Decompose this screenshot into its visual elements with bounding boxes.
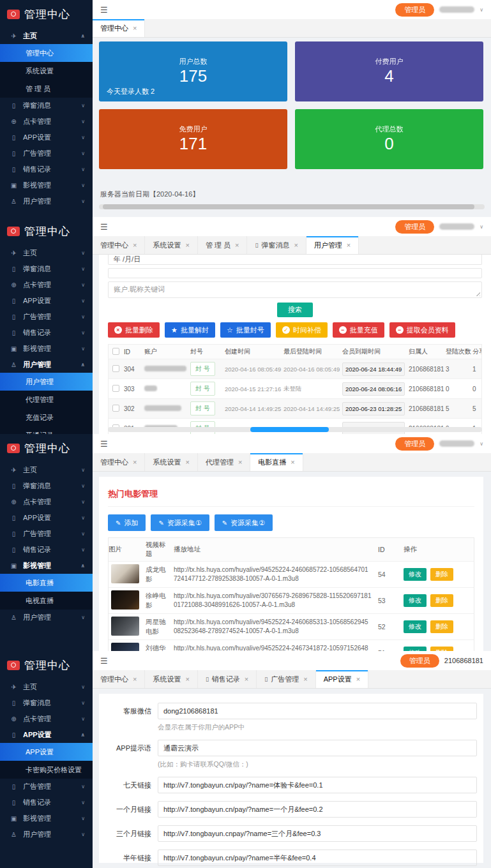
sidebar-item[interactable]: ✈ 主页 ∨ — [0, 245, 93, 261]
sidebar-item[interactable]: ▯ 广告管理 ∨ — [0, 146, 93, 161]
horizontal-scrollbar[interactable] — [99, 204, 485, 209]
sidebar-item[interactable]: 卡密购买价格设置 — [0, 761, 93, 779]
sidebar-item[interactable]: ⊕ 点卡管理 ∨ — [0, 277, 93, 293]
sidebar-item[interactable]: ▣ 影视管理 ∨ — [0, 177, 93, 193]
sidebar-item[interactable]: ⊕ 点卡管理 ∨ — [0, 711, 93, 727]
sidebar-item[interactable]: ▣ 影视管理 ∨ — [0, 811, 93, 827]
tab[interactable]: APP设置 × — [316, 670, 368, 688]
sidebar-item[interactable]: ▯ 弹窗消息 ∨ — [0, 98, 93, 114]
sidebar-item[interactable]: ♙ 用户管理 ∨ — [0, 610, 93, 625]
sidebar-item[interactable]: ✈ 主页 ∨ — [0, 462, 93, 478]
sidebar-item[interactable]: ✈ 主页 ∧ — [0, 28, 93, 44]
close-icon[interactable]: × — [238, 458, 242, 466]
close-icon[interactable]: × — [245, 675, 248, 683]
ban-button[interactable]: 封 号 — [190, 382, 215, 396]
sidebar-item[interactable]: APP设置 — [0, 743, 93, 761]
sidebar-item[interactable]: 系统设置 — [0, 62, 93, 80]
sidebar-item[interactable]: 充值记录 — [0, 408, 93, 426]
close-icon[interactable]: × — [185, 241, 189, 249]
bulk-action-button[interactable]: ✓ 时间补偿 — [276, 322, 328, 338]
close-icon[interactable]: × — [133, 241, 137, 249]
tab[interactable]: 系统设置 × — [145, 670, 197, 688]
close-icon[interactable]: × — [133, 675, 137, 683]
sidebar-item[interactable]: 开通记录 — [0, 426, 93, 434]
sidebar-item[interactable]: 电视直播 — [0, 592, 93, 610]
select-all-checkbox[interactable] — [112, 348, 119, 355]
edit-button[interactable]: 修改 — [404, 568, 427, 581]
action-button[interactable]: ✎ 资源采集① — [151, 514, 209, 531]
close-icon[interactable]: × — [303, 675, 307, 683]
sidebar-item[interactable]: ▯ 销售记录 ∨ — [0, 542, 93, 558]
tab[interactable]: 代理管理 × — [198, 453, 250, 471]
keyword-textarea[interactable]: 账户.昵称关键词 — [108, 281, 482, 298]
sidebar-item[interactable]: ▯ APP设置 ∨ — [0, 293, 93, 309]
close-icon[interactable]: × — [347, 241, 351, 249]
tab[interactable]: ▯ 弹窗消息 × — [247, 236, 306, 254]
expire-date-box[interactable]: 2020-06-24 18:44:49 — [342, 363, 405, 376]
text-input[interactable]: http://v7.tongbayun.cn/pay/?name=一个月&fee… — [158, 801, 477, 818]
menu-toggle-icon[interactable]: ☰ — [100, 222, 108, 232]
expire-date-box[interactable]: 2020-06-24 08:06:16 — [342, 382, 405, 396]
date-input[interactable]: 年 /月/日 — [108, 255, 482, 265]
sidebar-item[interactable]: ▯ 销售记录 ∨ — [0, 161, 93, 177]
tab[interactable]: ▯ 销售记录 × — [198, 670, 257, 688]
admin-badge[interactable]: 管理员 — [395, 3, 434, 17]
sidebar-item[interactable]: ▯ 广告管理 ∨ — [0, 779, 93, 795]
action-button[interactable]: ✎ 资源采集② — [215, 514, 273, 531]
close-icon[interactable]: × — [356, 675, 360, 683]
row-checkbox[interactable] — [112, 385, 119, 392]
caret-down-icon[interactable]: ∨ — [480, 441, 483, 447]
edit-button[interactable]: 修改 — [404, 620, 427, 633]
close-icon[interactable]: × — [133, 24, 137, 32]
tab[interactable]: 系统设置 × — [145, 453, 197, 471]
tab[interactable]: 电影直播 × — [250, 453, 303, 471]
delete-button[interactable]: 删除 — [430, 647, 453, 651]
admin-badge[interactable]: 管理员 — [395, 220, 434, 234]
sidebar-item[interactable]: ♙ 用户管理 ∧ — [0, 357, 93, 373]
scrollbar-thumb[interactable] — [250, 427, 329, 432]
sidebar-item[interactable]: ▣ 影视管理 ∨ — [0, 341, 93, 357]
delete-button[interactable]: 删除 — [430, 568, 453, 581]
edit-button[interactable]: 修改 — [404, 594, 427, 607]
ban-button[interactable]: 封 号 — [190, 362, 215, 376]
menu-toggle-icon[interactable]: ☰ — [100, 656, 108, 666]
close-icon[interactable]: × — [291, 458, 294, 466]
tab[interactable]: 用户管理 × — [306, 236, 359, 254]
sidebar-item[interactable]: ▯ 弹窗消息 ∨ — [0, 261, 93, 277]
text-input[interactable]: http://v7.tongbayun.cn/pay/?name=半年&fee=… — [158, 849, 477, 866]
tab[interactable]: 管理中心 × — [93, 453, 145, 471]
sidebar-item[interactable]: ▯ 销售记录 ∨ — [0, 795, 93, 811]
text-input[interactable]: http://v7.tongbayun.cnpay/?name=三个月&fee=… — [158, 825, 477, 842]
close-icon[interactable]: × — [185, 675, 189, 683]
empty-input[interactable] — [108, 268, 482, 278]
caret-down-icon[interactable]: ∨ — [480, 7, 483, 13]
sidebar-item[interactable]: 代理管理 — [0, 391, 93, 408]
sidebar-item[interactable]: ⊕ 点卡管理 ∨ — [0, 114, 93, 130]
tab[interactable]: 管理中心 × — [93, 19, 145, 37]
text-input[interactable]: http://v7.tongbayun.cn/pay/?name=体验卡&fee… — [158, 777, 477, 793]
sidebar-item[interactable]: ▯ 广告管理 ∨ — [0, 526, 93, 542]
bulk-action-button[interactable]: ☆ 批量封号 — [220, 322, 271, 338]
user-id[interactable]: 2106868181 — [444, 657, 483, 664]
sidebar-item[interactable]: ⊕ 点卡管理 ∨ — [0, 494, 93, 510]
horizontal-scrollbar[interactable] — [108, 427, 482, 432]
tab[interactable]: 管 理 员 × — [198, 236, 248, 254]
text-input[interactable]: 通霸云演示 — [158, 740, 477, 756]
sidebar-item[interactable]: ▯ APP设置 ∧ — [0, 727, 93, 743]
close-icon[interactable]: × — [133, 458, 137, 466]
close-icon[interactable]: × — [235, 241, 239, 249]
sidebar-item[interactable]: ▯ APP设置 ∨ — [0, 510, 93, 526]
admin-badge[interactable]: 管理员 — [400, 654, 439, 668]
action-button[interactable]: ✎ 添加 — [108, 514, 146, 531]
sidebar-item[interactable]: ▯ APP设置 ∨ — [0, 130, 93, 146]
delete-button[interactable]: 删除 — [430, 594, 453, 607]
bulk-action-button[interactable]: − 提取会员资料 — [389, 322, 455, 338]
row-checkbox[interactable] — [112, 405, 119, 412]
scrollbar-thumb[interactable] — [103, 204, 474, 209]
tab[interactable]: 系统设置 × — [145, 236, 197, 254]
caret-down-icon[interactable]: ∨ — [480, 224, 483, 230]
ban-button[interactable]: 封 号 — [190, 401, 215, 415]
sidebar-item[interactable]: 用户管理 — [0, 373, 93, 391]
delete-button[interactable]: 删除 — [430, 620, 453, 633]
close-icon[interactable]: × — [294, 241, 298, 249]
